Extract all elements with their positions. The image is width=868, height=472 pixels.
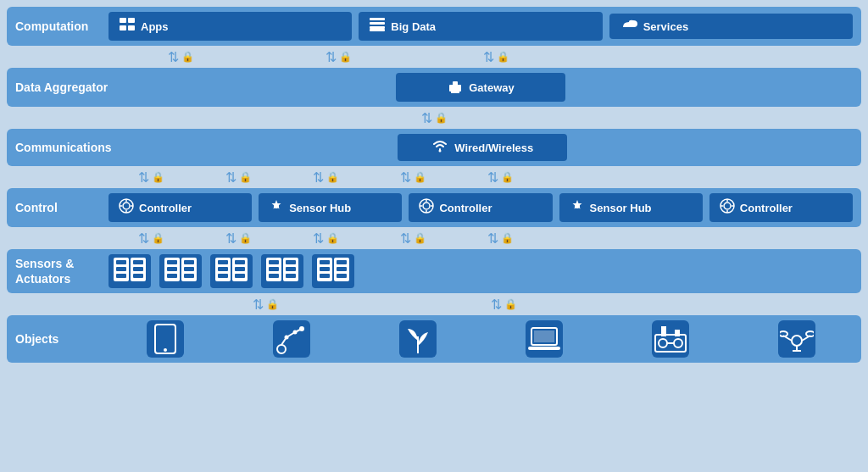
film-icon-4a <box>266 258 281 285</box>
lock-icon-3a: 🔒 <box>152 171 164 183</box>
svg-rect-56 <box>235 274 245 278</box>
controller3-chip[interactable]: Controller <box>709 193 853 222</box>
controller3-label: Controller <box>740 202 793 214</box>
wired-label: Wired/Wireless <box>454 142 533 154</box>
film-icon-3b <box>232 258 248 285</box>
sensors-label: Sensors & Actuators <box>15 256 108 286</box>
lock-icon-1b: 🔒 <box>339 51 352 63</box>
controller2-icon <box>419 198 434 217</box>
wired-chip[interactable]: Wired/Wireless <box>398 134 567 161</box>
gateway-icon <box>447 78 464 97</box>
svg-point-12 <box>439 150 442 153</box>
svg-rect-66 <box>320 260 330 264</box>
object-plant-icon <box>399 320 437 358</box>
svg-point-95 <box>806 331 814 336</box>
svg-rect-72 <box>337 274 347 278</box>
svg-rect-70 <box>337 260 347 264</box>
svg-rect-46 <box>184 260 194 264</box>
controller1-chip[interactable]: Controller <box>108 193 252 222</box>
svg-rect-64 <box>286 274 296 278</box>
svg-rect-2 <box>120 25 126 31</box>
gateway-container: Gateway <box>108 73 853 102</box>
computation-layer: Computation Apps <box>7 7 861 46</box>
sensor-pair-3 <box>210 254 253 288</box>
bigdata-chip[interactable]: Big Data <box>359 12 602 41</box>
arrow-symbol-4b: ⇅ <box>225 230 236 247</box>
arrow-1b: ⇅ 🔒 <box>326 49 352 65</box>
aggregator-label: Data Aggregator <box>15 80 108 95</box>
svg-rect-35 <box>116 267 126 271</box>
lock-icon-2: 🔒 <box>435 112 448 124</box>
svg-rect-40 <box>133 274 143 278</box>
apps-chip[interactable]: Apps <box>108 12 352 41</box>
controller3-icon <box>720 198 735 217</box>
arrow-row-5: ⇅ 🔒 ⇅ 🔒 <box>7 295 861 314</box>
film-icon-5a <box>317 258 332 285</box>
communications-label: Communications <box>15 140 112 155</box>
object-factory-icon <box>652 320 689 358</box>
arrow-4e: ⇅ 🔒 <box>487 230 514 247</box>
sensorhub2-chip[interactable]: Sensor Hub <box>559 193 703 222</box>
communications-layer: Communications Wired/Wireless <box>7 129 861 166</box>
lock-icon-3d: 🔒 <box>414 171 426 183</box>
sensors-content <box>108 254 853 288</box>
controller2-label: Controller <box>439 202 492 214</box>
sensorhub1-icon <box>269 198 284 217</box>
object-laptop-icon <box>526 320 563 358</box>
wifi-icon <box>431 139 449 156</box>
aggregator-layer: Data Aggregator Gateway <box>7 68 861 107</box>
svg-rect-71 <box>337 267 347 271</box>
computation-label: Computation <box>15 19 108 34</box>
svg-point-14 <box>123 203 130 209</box>
gateway-chip[interactable]: Gateway <box>396 73 565 102</box>
services-chip[interactable]: Services <box>609 14 853 39</box>
lock-icon-4a: 🔒 <box>152 232 164 244</box>
control-row: Control Controller <box>7 188 861 227</box>
svg-point-80 <box>292 330 297 335</box>
arrow-symbol-4c: ⇅ <box>313 230 324 247</box>
computation-row: Computation Apps <box>7 7 861 46</box>
arrow-symbol-5a: ⇅ <box>253 297 264 313</box>
object-drone-icon <box>778 320 815 358</box>
objects-layer: Objects <box>7 315 861 363</box>
svg-rect-1 <box>128 18 135 23</box>
arrow-symbol-2: ⇅ <box>421 110 432 126</box>
svg-point-87 <box>674 339 682 347</box>
svg-point-21 <box>423 203 430 209</box>
sensorhub1-chip[interactable]: Sensor Hub <box>259 193 402 222</box>
services-icon <box>620 19 638 34</box>
svg-point-94 <box>780 331 787 336</box>
film-icon-3a <box>215 258 231 285</box>
svg-rect-51 <box>218 267 228 271</box>
svg-rect-60 <box>269 274 279 278</box>
arrow-symbol-1a: ⇅ <box>168 49 179 65</box>
sensor-pair-5 <box>312 254 354 288</box>
arrow-row-3: ⇅ 🔒 ⇅ 🔒 ⇅ 🔒 ⇅ 🔒 ⇅ 🔒 <box>7 168 861 186</box>
arrow-symbol-3a: ⇅ <box>138 169 149 186</box>
controller2-chip[interactable]: Controller <box>409 193 552 222</box>
film-icon-5b <box>334 258 349 285</box>
svg-rect-42 <box>167 260 177 264</box>
lock-icon-1a: 🔒 <box>181 51 194 63</box>
film-icon-1a <box>114 258 129 285</box>
wired-container: Wired/Wireless <box>112 134 853 161</box>
bigdata-label: Big Data <box>391 20 436 33</box>
sensorhub2-label: Sensor Hub <box>590 202 652 214</box>
lock-icon-5b: 🔒 <box>504 298 517 310</box>
arrow-5a: ⇅ 🔒 <box>253 297 279 313</box>
sensor-pair-4 <box>261 254 303 288</box>
arrow-symbol-1c: ⇅ <box>483 49 494 65</box>
svg-rect-50 <box>218 260 228 264</box>
arrow-2: ⇅ 🔒 <box>421 110 448 126</box>
sensors-row: Sensors & Actuators <box>7 249 861 293</box>
controller1-label: Controller <box>139 202 192 214</box>
lock-icon-1c: 🔒 <box>497 51 509 63</box>
svg-rect-68 <box>320 274 330 278</box>
svg-rect-90 <box>675 330 680 336</box>
lock-icon-4d: 🔒 <box>414 232 426 244</box>
svg-rect-38 <box>133 260 143 264</box>
svg-rect-34 <box>116 260 126 264</box>
services-label: Services <box>643 20 689 33</box>
svg-rect-11 <box>451 92 459 93</box>
arrow-row-1: ⇅ 🔒 ⇅ 🔒 ⇅ 🔒 <box>7 47 861 66</box>
